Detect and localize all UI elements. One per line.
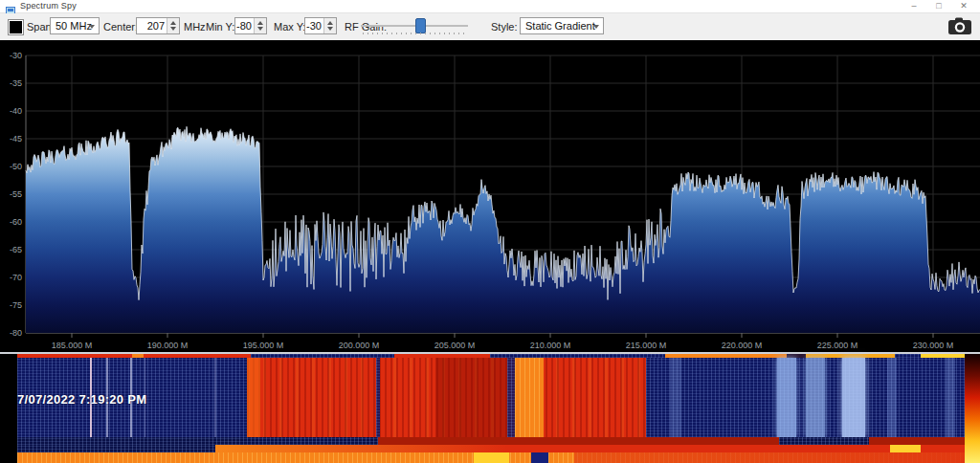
svg-text:185.000 M: 185.000 M <box>52 341 93 350</box>
waterfall-signal-shade <box>435 358 509 437</box>
slider-thumb[interactable] <box>415 18 426 33</box>
waterfall-carrier-band <box>777 358 796 437</box>
svg-text:200.000 M: 200.000 M <box>339 341 380 350</box>
min-y-label: Min Y: <box>206 21 234 33</box>
spinner-down-icon[interactable] <box>170 27 176 31</box>
style-select[interactable]: Static Gradient <box>520 17 604 34</box>
waterfall-row-highlight <box>139 452 151 463</box>
chevron-down-icon <box>89 25 95 29</box>
slider-ticks <box>363 33 466 34</box>
waterfall-row-segment <box>17 445 215 452</box>
min-y-input[interactable]: -80 <box>234 17 267 34</box>
waterfall-display[interactable]: 7/07/2022 7:19:20 PM <box>0 352 980 463</box>
waterfall-row-segment <box>890 445 921 452</box>
waterfall-noise-block <box>646 358 965 437</box>
center-label: Center: <box>103 21 138 33</box>
span-value: 50 MHz <box>56 20 92 32</box>
waterfall-gap-line <box>507 358 515 437</box>
svg-text:-60: -60 <box>10 217 22 227</box>
svg-text:195.000 M: 195.000 M <box>243 341 284 350</box>
waterfall-row-highlight <box>531 452 548 463</box>
svg-text:220.000 M: 220.000 M <box>722 341 763 350</box>
center-input[interactable]: 207 <box>136 17 180 34</box>
chevron-down-icon <box>593 25 599 29</box>
waterfall-row-highlight <box>574 452 965 463</box>
center-spinner[interactable] <box>167 18 179 33</box>
center-unit-label: MHz <box>184 21 206 33</box>
spinner-up-icon[interactable] <box>257 21 263 25</box>
min-y-spinner[interactable] <box>254 18 266 33</box>
close-button[interactable]: ✕ <box>953 0 974 11</box>
svg-text:-80: -80 <box>10 328 22 338</box>
svg-text:-75: -75 <box>10 300 22 310</box>
svg-text:190.000 M: 190.000 M <box>147 341 189 350</box>
svg-text:225.000 M: 225.000 M <box>817 341 858 350</box>
spectrum-plot[interactable]: -30-35-40-45-50-55-60-65-70-75-80185.000… <box>0 40 980 352</box>
app-icon <box>6 2 15 11</box>
max-y-input[interactable]: -30 <box>304 17 337 34</box>
rf-gain-slider[interactable] <box>361 17 468 36</box>
waterfall-carrier-band <box>887 358 897 437</box>
waterfall-row-segment <box>921 445 965 452</box>
min-y-value: -80 <box>236 20 252 32</box>
waterfall-row-highlight <box>474 452 509 463</box>
maximize-button[interactable]: □ <box>928 0 949 11</box>
svg-text:-45: -45 <box>10 134 22 143</box>
svg-text:-40: -40 <box>10 106 22 116</box>
center-value: 207 <box>147 20 165 32</box>
svg-text:210.000 M: 210.000 M <box>530 341 571 350</box>
minimize-button[interactable]: – <box>903 0 924 11</box>
waterfall-row-highlight <box>151 452 167 463</box>
spinner-down-icon[interactable] <box>257 27 263 31</box>
waterfall-row-segment <box>779 437 869 445</box>
window-title: Spectrum Spy <box>20 1 77 11</box>
waterfall-signal-shade <box>515 358 544 437</box>
style-label: Style: <box>491 21 518 33</box>
waterfall-signal-block <box>247 358 646 437</box>
color-swatch-button[interactable] <box>8 19 24 35</box>
screenshot-camera-button[interactable] <box>946 16 974 36</box>
spinner-down-icon[interactable] <box>327 27 333 31</box>
spinner-up-icon[interactable] <box>170 21 176 25</box>
waterfall-row-segment <box>17 437 378 445</box>
svg-text:205.000 M: 205.000 M <box>434 341 476 350</box>
spinner-up-icon[interactable] <box>327 21 333 25</box>
intensity-legend <box>965 354 980 463</box>
waterfall-row-segment <box>869 437 965 445</box>
max-y-value: -30 <box>306 20 322 32</box>
max-y-spinner[interactable] <box>323 18 336 33</box>
svg-text:-35: -35 <box>10 78 22 88</box>
style-value: Static Gradient <box>525 20 595 32</box>
app-window: Spectrum Spy – □ ✕ Span: 50 MHz Center: … <box>0 0 980 463</box>
svg-text:215.000 M: 215.000 M <box>626 341 667 350</box>
waterfall-row-segment <box>378 437 779 445</box>
max-y-label: Max Y: <box>274 21 305 33</box>
spectrum-svg: -30-35-40-45-50-55-60-65-70-75-80185.000… <box>0 40 980 352</box>
svg-text:-50: -50 <box>10 162 22 171</box>
waterfall-row-segment <box>215 445 507 452</box>
svg-text:230.000 M: 230.000 M <box>913 341 954 350</box>
waterfall-timestamp: 7/07/2022 7:19:20 PM <box>17 392 146 407</box>
waterfall-carrier-band <box>842 358 865 437</box>
span-select[interactable]: 50 MHz <box>50 17 100 34</box>
svg-text:-65: -65 <box>10 245 22 254</box>
titlebar: Spectrum Spy – □ ✕ <box>0 0 980 13</box>
camera-icon <box>947 16 973 35</box>
svg-text:-30: -30 <box>10 51 22 60</box>
waterfall-carrier-line <box>214 358 216 437</box>
waterfall-carrier-band <box>670 358 681 437</box>
waterfall-row-segment <box>507 445 890 452</box>
waterfall-gap-line <box>376 358 380 437</box>
waterfall-row-segment <box>17 452 965 463</box>
waterfall-carrier-band <box>946 358 955 437</box>
toolbar: Span: 50 MHz Center: 207 MHz Min Y: -80 … <box>0 13 980 41</box>
waterfall-left-margin <box>0 358 17 463</box>
waterfall-carrier-band <box>806 358 825 437</box>
svg-text:-55: -55 <box>10 189 22 199</box>
waterfall-signal-shade <box>247 358 260 437</box>
svg-text:-70: -70 <box>10 273 22 282</box>
